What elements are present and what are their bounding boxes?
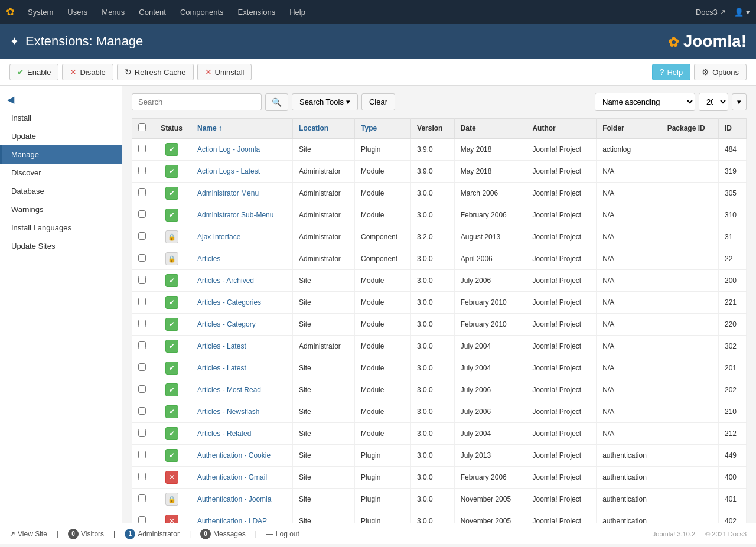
status-icon[interactable]: ✔ [165,209,178,222]
nav-users[interactable]: Users [61,5,93,19]
row-checkbox[interactable] [138,298,146,305]
row-checkbox[interactable] [138,188,146,196]
sidebar-item-database[interactable]: Database [0,182,122,200]
cell-name[interactable]: Articles - Newsflash [191,401,293,423]
uninstall-button[interactable]: ✕ Uninstall [197,64,252,80]
joomla-brand: ✿ Joomla! [668,32,747,51]
table-row: ✔Authentication - CookieSitePlugin3.0.0J… [132,445,747,467]
row-checkbox[interactable] [138,516,146,523]
search-input[interactable] [132,93,262,110]
row-checkbox[interactable] [138,385,146,393]
visitors-item[interactable]: 0 Visitors [68,529,104,539]
status-icon[interactable]: ✔ [165,383,178,396]
status-icon[interactable]: ✔ [165,340,178,353]
logout-item[interactable]: — Log out [266,530,299,538]
status-icon[interactable]: ✔ [165,427,178,440]
cell-date: February 2010 [454,314,526,336]
cell-type: Plugin [355,138,411,161]
cell-name[interactable]: Articles - Latest [191,357,293,379]
row-checkbox[interactable] [138,210,146,218]
th-type[interactable]: Type [355,119,411,139]
cell-name[interactable]: Articles [191,248,293,270]
row-checkbox[interactable] [138,232,146,240]
status-icon[interactable]: 🔒 [165,493,178,506]
status-icon[interactable]: ✔ [165,296,178,309]
per-page-toggle-button[interactable]: ▾ [732,93,747,110]
messages-item[interactable]: 0 Messages [200,529,246,539]
cell-name[interactable]: Administrator Sub-Menu [191,204,293,226]
nav-menus[interactable]: Menus [96,5,131,19]
cell-name[interactable]: Authentication - Joomla [191,489,293,510]
cell-name[interactable]: Articles - Most Read [191,379,293,401]
cell-name[interactable]: Articles - Categories [191,292,293,314]
cell-name[interactable]: Authentication - Cookie [191,445,293,467]
cell-name[interactable]: Articles - Latest [191,336,293,357]
sidebar-item-install-languages[interactable]: Install Languages [0,219,122,237]
clear-button[interactable]: Clear [361,93,395,110]
cell-name[interactable]: Articles - Related [191,423,293,445]
row-checkbox[interactable] [138,276,146,284]
refresh-cache-button[interactable]: ↻ Refresh Cache [117,64,194,80]
user-menu[interactable]: 👤 ▾ [734,8,750,17]
status-icon[interactable]: ✔ [165,187,178,200]
cell-package_id [661,314,718,336]
cell-name[interactable]: Authentication - LDAP [191,510,293,523]
status-icon[interactable]: 🔒 [165,252,178,265]
sidebar-back-button[interactable]: ◀ [0,90,122,109]
nav-content[interactable]: Content [133,5,172,19]
search-tools-button[interactable]: Search Tools ▾ [292,93,358,110]
status-icon[interactable]: ✔ [165,274,178,287]
cell-name[interactable]: Administrator Menu [191,183,293,204]
nav-components[interactable]: Components [174,5,230,19]
row-checkbox[interactable] [138,494,146,502]
row-checkbox[interactable] [138,145,146,152]
view-site-link[interactable]: ↗ View Site [9,530,47,538]
sidebar-item-install[interactable]: Install [0,109,122,127]
status-icon[interactable]: ✔ [165,165,178,178]
th-location[interactable]: Location [293,119,355,139]
row-checkbox[interactable] [138,320,146,327]
cell-name[interactable]: Authentication - Gmail [191,467,293,489]
status-icon[interactable]: 🔒 [165,230,178,243]
sidebar-item-manage[interactable]: Manage [0,145,122,164]
status-icon[interactable]: ✔ [165,143,178,156]
cell-name[interactable]: Action Log - Joomla [191,138,293,161]
row-checkbox[interactable] [138,473,146,480]
row-checkbox[interactable] [138,254,146,262]
cell-name[interactable]: Articles - Archived [191,270,293,292]
enable-button[interactable]: ✔ Enable [9,64,58,80]
status-icon[interactable]: ✔ [165,318,178,331]
sidebar-item-warnings[interactable]: Warnings [0,200,122,219]
nav-system[interactable]: System [22,5,59,19]
status-icon[interactable]: ✔ [165,405,178,418]
row-checkbox[interactable] [138,407,146,415]
row-checkbox[interactable] [138,167,146,174]
row-checkbox[interactable] [138,451,146,458]
row-checkbox[interactable] [138,341,146,349]
nav-extensions[interactable]: Extensions [232,5,282,19]
sort-select[interactable]: Name ascending Name descending ID ascend… [595,93,695,111]
nav-help[interactable]: Help [284,5,311,19]
cell-name[interactable]: Ajax Interface [191,226,293,248]
disable-button[interactable]: ✕ Disable [62,64,113,80]
docs-link[interactable]: Docs3 ↗ [696,8,726,17]
row-checkbox[interactable] [138,429,146,437]
cell-name[interactable]: Articles - Category [191,314,293,336]
sidebar-item-discover[interactable]: Discover [0,164,122,182]
status-icon[interactable]: ✕ [165,471,178,484]
help-button[interactable]: ? Help [652,64,691,80]
search-button[interactable]: 🔍 [265,93,288,111]
sidebar-item-update[interactable]: Update [0,127,122,145]
select-all-checkbox[interactable] [138,123,146,131]
status-icon[interactable]: ✔ [165,449,178,462]
status-icon[interactable]: ✕ [165,515,178,523]
status-icon[interactable]: ✔ [165,362,178,375]
th-name[interactable]: Name ↑ [191,119,293,139]
options-button[interactable]: ⚙ Options [694,64,747,80]
sidebar-item-update-sites[interactable]: Update Sites [0,237,122,255]
cell-name[interactable]: Action Logs - Latest [191,161,293,183]
per-page-select[interactable]: 20 50 100 [699,93,728,111]
cell-location: Site [293,379,355,401]
row-checkbox[interactable] [138,363,146,371]
admin-item[interactable]: 1 Administrator [125,529,180,539]
